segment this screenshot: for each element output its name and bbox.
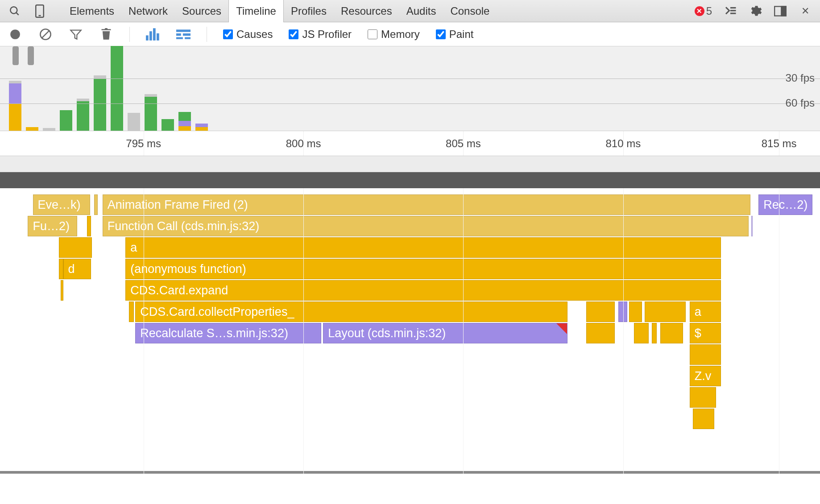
- flame-block[interactable]: [690, 387, 716, 408]
- tab-console[interactable]: Console: [443, 0, 497, 22]
- svg-rect-16: [157, 33, 159, 40]
- tab-audits[interactable]: Audits: [399, 0, 443, 22]
- flame-block[interactable]: Layout (cds.min.js:32): [323, 323, 567, 343]
- flame-block[interactable]: CDS.Card.expand: [125, 280, 721, 301]
- ruler-tick: 810 ms: [606, 137, 641, 150]
- flame-block[interactable]: CDS.Card.collectProperties_: [135, 302, 567, 322]
- svg-rect-21: [185, 37, 191, 39]
- flame-block[interactable]: $: [690, 323, 721, 343]
- svg-point-9: [10, 29, 20, 39]
- flame-block[interactable]: [751, 216, 753, 236]
- clear-button[interactable]: [38, 27, 53, 41]
- svg-marker-12: [70, 30, 81, 39]
- tab-profiles[interactable]: Profiles: [284, 0, 334, 22]
- cpu-strip: [0, 156, 820, 172]
- dock-side-icon[interactable]: [774, 4, 787, 18]
- flame-block[interactable]: [61, 280, 63, 301]
- device-mode-icon[interactable]: [33, 4, 46, 18]
- svg-rect-20: [176, 37, 183, 39]
- svg-rect-15: [153, 28, 156, 40]
- error-count: 5: [706, 5, 712, 17]
- view-bars-icon[interactable]: [146, 27, 160, 41]
- svg-rect-18: [176, 33, 181, 35]
- flame-block[interactable]: [629, 302, 642, 322]
- svg-rect-8: [781, 6, 786, 16]
- resize-handle[interactable]: [0, 471, 820, 474]
- overview-bars: [9, 46, 208, 131]
- flame-block[interactable]: (anonymous function): [125, 259, 721, 279]
- tab-resources[interactable]: Resources: [334, 0, 399, 22]
- svg-rect-13: [146, 35, 149, 40]
- flame-block[interactable]: Rec…2): [758, 194, 812, 215]
- flame-block[interactable]: [693, 409, 714, 429]
- paint-checkbox[interactable]: Paint: [436, 28, 474, 41]
- fps-60-label: 60 fps: [786, 97, 815, 109]
- flame-block[interactable]: d: [63, 259, 91, 279]
- flame-block[interactable]: a: [125, 237, 721, 258]
- timeline-overview[interactable]: 30 fps 60 fps: [0, 46, 820, 131]
- flame-block[interactable]: [652, 323, 657, 343]
- fps-60-line: [0, 103, 820, 104]
- jsprofiler-checkbox[interactable]: JS Profiler: [289, 28, 352, 41]
- svg-rect-19: [183, 33, 191, 35]
- frames-strip: [0, 172, 820, 188]
- record-button[interactable]: [8, 27, 22, 41]
- panel-tabs: ElementsNetworkSourcesTimelineProfilesRe…: [62, 0, 497, 22]
- flame-block[interactable]: a: [690, 302, 721, 322]
- flame-block[interactable]: [59, 237, 92, 258]
- fps-30-label: 30 fps: [786, 72, 815, 84]
- filter-icon[interactable]: [69, 27, 83, 41]
- garbage-collect-icon[interactable]: [99, 27, 113, 41]
- view-flame-icon[interactable]: [176, 27, 191, 41]
- toggle-drawer-icon[interactable]: [724, 4, 737, 18]
- tab-sources[interactable]: Sources: [175, 0, 228, 22]
- svg-point-0: [10, 7, 17, 13]
- flame-block[interactable]: [634, 323, 649, 343]
- flame-block[interactable]: [94, 194, 97, 215]
- settings-icon[interactable]: [749, 4, 762, 18]
- flame-block[interactable]: Eve…k): [33, 194, 91, 215]
- ruler-tick: 800 ms: [286, 137, 321, 150]
- flame-block[interactable]: [87, 216, 91, 236]
- causes-checkbox[interactable]: Causes: [223, 28, 273, 41]
- flame-block[interactable]: [129, 302, 134, 322]
- timeline-toolbar: Causes JS Profiler Memory Paint: [0, 22, 820, 46]
- flame-block[interactable]: [690, 344, 721, 365]
- flame-block[interactable]: [586, 302, 615, 322]
- error-count-badge[interactable]: ✕ 5: [695, 5, 712, 17]
- svg-line-11: [42, 30, 49, 37]
- flame-block[interactable]: [59, 259, 63, 279]
- tab-network[interactable]: Network: [121, 0, 175, 22]
- tab-elements[interactable]: Elements: [62, 0, 121, 22]
- flame-block[interactable]: Recalculate S…s.min.js:32): [135, 323, 321, 343]
- devtools-tab-bar: ElementsNetworkSourcesTimelineProfilesRe…: [0, 0, 820, 22]
- memory-checkbox[interactable]: Memory: [368, 28, 420, 41]
- flame-block[interactable]: [586, 323, 615, 343]
- flame-block[interactable]: Function Call (cds.min.js:32): [103, 216, 749, 236]
- search-icon[interactable]: [8, 4, 21, 18]
- flame-block[interactable]: [660, 323, 683, 343]
- ruler-tick: 795 ms: [126, 137, 161, 150]
- flame-block[interactable]: Fu…2): [28, 216, 77, 236]
- svg-line-1: [16, 12, 18, 15]
- svg-rect-17: [176, 29, 191, 32]
- error-icon: ✕: [695, 6, 704, 16]
- fps-30-line: [0, 78, 820, 79]
- flame-block[interactable]: Z.v: [690, 366, 721, 386]
- time-ruler[interactable]: 795 ms800 ms805 ms810 ms815 ms: [0, 131, 820, 156]
- tab-timeline[interactable]: Timeline: [228, 0, 284, 22]
- svg-rect-14: [149, 31, 152, 41]
- close-devtools-icon[interactable]: ✕: [799, 4, 812, 18]
- flame-block[interactable]: Animation Frame Fired (2): [103, 194, 750, 215]
- ruler-tick: 815 ms: [762, 137, 797, 150]
- flame-block[interactable]: [645, 302, 686, 322]
- flame-chart[interactable]: Eve…k)Animation Frame Fired (2)Rec…2)Fu……: [0, 188, 820, 474]
- ruler-tick: 805 ms: [446, 137, 481, 150]
